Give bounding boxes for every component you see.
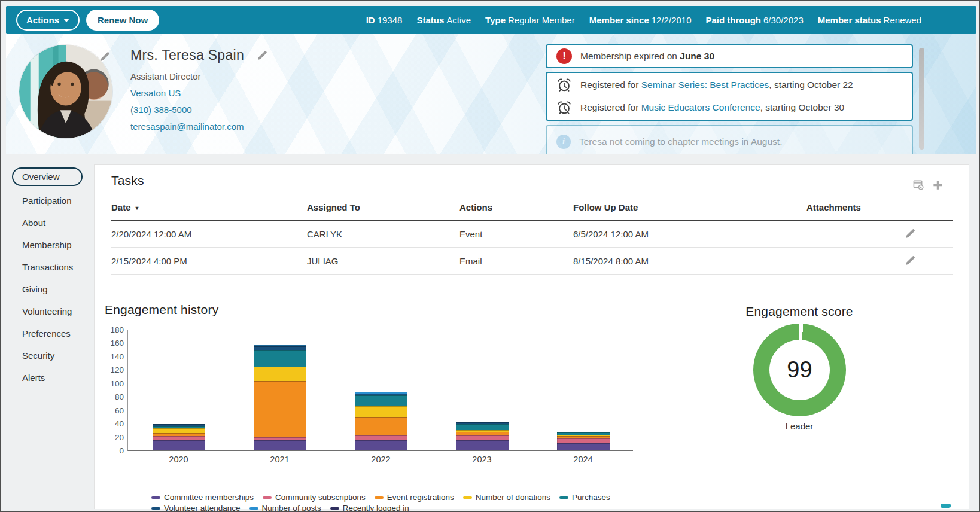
bar-segment (557, 432, 610, 435)
stat-member-status-label: Member status (818, 15, 881, 25)
col-follow-up[interactable]: Follow Up Date (573, 202, 806, 212)
bar-segment (254, 350, 306, 367)
bar-segment (355, 395, 407, 406)
nav-item-volunteering[interactable]: Volunteering (12, 300, 90, 322)
table-row: 2/20/2024 12:00 AM CARLYK Event 6/5/2024… (111, 221, 953, 248)
nav-item-transactions[interactable]: Transactions (12, 256, 90, 278)
bar-segment (456, 432, 509, 436)
stat-id-value: 19348 (378, 15, 403, 25)
bar-segment (557, 443, 610, 450)
nav-item-preferences[interactable]: Preferences (12, 322, 90, 345)
bar-segment (153, 433, 205, 437)
stat-member-status-value: Renewed (884, 15, 921, 25)
stat-member-status: Member statusRenewed (818, 15, 921, 25)
bar-segment (456, 430, 509, 431)
edit-photo-icon[interactable] (99, 51, 111, 63)
legend-marker (375, 496, 384, 499)
chevron-down-icon (63, 19, 69, 22)
stat-member-since-label: Member since (589, 15, 649, 25)
y-axis-tick: 140 (104, 352, 124, 361)
nav-item-alerts[interactable]: Alerts (12, 367, 90, 389)
bar-segment (153, 424, 205, 426)
cell-follow-up: 8/15/2024 8:00 AM (573, 256, 806, 266)
nav-item-participation[interactable]: Participation (12, 190, 90, 212)
x-axis-tick: 2020 (128, 455, 229, 464)
bar-segment (153, 440, 205, 450)
alerts-scrollbar[interactable] (919, 48, 924, 150)
bar-segment (557, 436, 610, 438)
member-company-link[interactable]: Versaton US (130, 88, 268, 98)
legend-item: Event registrations (375, 493, 454, 502)
col-attachments[interactable]: Attachments (806, 202, 953, 212)
edit-task-icon[interactable] (904, 228, 916, 240)
member-job-title: Assistant Director (130, 71, 268, 81)
grid-settings-icon[interactable] (913, 179, 924, 191)
engagement-history-title: Engagement history (105, 303, 218, 317)
actions-button[interactable]: Actions (16, 10, 80, 31)
stacked-bar-2021 (254, 330, 306, 450)
bar-segment (254, 367, 306, 382)
legend-marker (559, 496, 568, 499)
stacked-bar-2022 (355, 330, 407, 450)
bar-segment (355, 417, 407, 435)
legend-marker (151, 496, 160, 499)
stat-status: StatusActive (416, 15, 471, 25)
event-link[interactable]: Seminar Series: Best Practices (641, 80, 769, 90)
alarm-clock-icon (556, 77, 572, 93)
alarm-clock-icon (556, 100, 572, 115)
stat-member-since: Member since12/2/2010 (589, 15, 692, 25)
bar-segment (254, 437, 306, 441)
cell-follow-up: 6/5/2024 12:00 AM (573, 229, 806, 239)
registration-text: Registered for Seminar Series: Best Prac… (580, 80, 853, 90)
legend-item: Number of posts (249, 504, 321, 512)
cell-assigned-to: CARLYK (307, 229, 459, 239)
col-date[interactable]: Date▼ (111, 202, 307, 212)
y-axis-tick: 0 (104, 446, 124, 455)
renew-now-button[interactable]: Renew Now (86, 10, 159, 31)
stat-id-label: ID (366, 15, 375, 25)
member-email-link[interactable]: teresaspain@mailinator.com (130, 121, 268, 132)
event-link[interactable]: Music Educators Conference (641, 102, 760, 112)
bar-segment (355, 440, 407, 450)
chart-legend: Committee membershipsCommunity subscript… (151, 493, 660, 512)
engagement-score-title: Engagement score (741, 304, 858, 319)
y-axis-tick: 100 (104, 379, 124, 388)
y-axis-tick: 40 (104, 419, 124, 428)
bar-segment (456, 422, 509, 424)
stat-type: TypeRegular Member (485, 15, 575, 25)
info-note-text: Teresa not coming to chapter meetings in… (579, 136, 782, 147)
col-actions[interactable]: Actions (459, 202, 573, 212)
legend-marker (151, 507, 160, 510)
edit-task-icon[interactable] (904, 255, 916, 267)
nav-item-security[interactable]: Security (12, 345, 90, 367)
stat-status-value: Active (446, 15, 471, 25)
edit-name-icon[interactable] (256, 50, 268, 62)
stat-member-since-value: 12/2/2010 (652, 15, 692, 25)
engagement-chart-plot: 0204060801001201401601802020202120222023… (127, 330, 633, 451)
col-assigned-to[interactable]: Assigned To (307, 202, 459, 212)
bar-segment (355, 394, 407, 395)
tasks-table: Date▼ Assigned To Actions Follow Up Date… (111, 202, 953, 275)
legend-marker (330, 507, 339, 510)
engagement-score-label: Leader (741, 421, 858, 431)
x-axis-tick: 2023 (431, 455, 532, 464)
nav-item-overview[interactable]: Overview (12, 167, 83, 186)
member-phone-link[interactable]: (310) 388-5000 (130, 105, 268, 115)
nav-item-about[interactable]: About (12, 212, 90, 234)
cell-date: 2/15/2024 4:00 PM (111, 256, 307, 266)
error-icon: ! (556, 48, 572, 64)
registration-row: Registered for Seminar Series: Best Prac… (555, 74, 903, 96)
profile-header: Mrs. Teresa Spain Assistant Director Ver… (6, 34, 976, 154)
nav-item-giving[interactable]: Giving (12, 278, 90, 300)
add-task-icon[interactable] (932, 179, 944, 191)
cell-date: 2/20/2024 12:00 AM (111, 229, 307, 239)
legend-marker (463, 496, 472, 499)
below-fold-peek (941, 504, 951, 508)
cell-assigned-to: JULIAG (307, 256, 459, 266)
bar-segment (153, 436, 205, 440)
member-name: Mrs. Teresa Spain (130, 47, 244, 63)
y-axis-tick: 160 (104, 339, 124, 348)
nav-item-membership[interactable]: Membership (12, 234, 90, 256)
bar-segment (456, 424, 509, 430)
x-axis-tick: 2024 (532, 455, 634, 464)
